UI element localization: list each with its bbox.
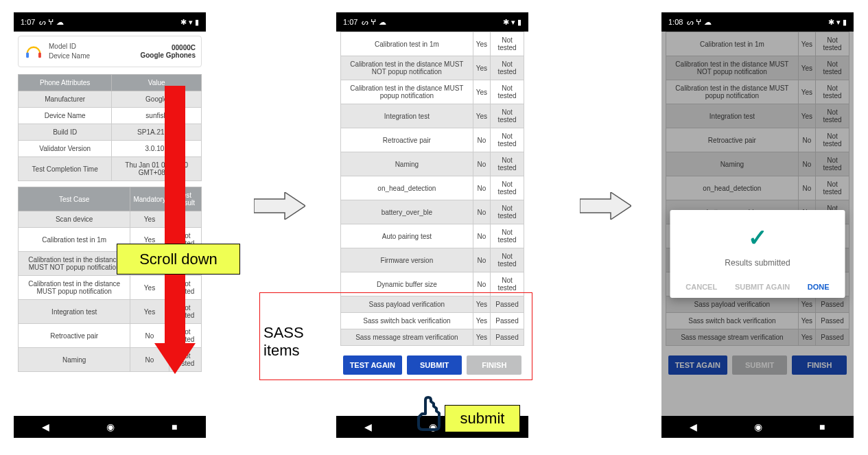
- dialog-submit-again[interactable]: SUBMIT AGAIN: [735, 283, 790, 291]
- home-icon[interactable]: ◉: [754, 421, 762, 432]
- phone-3: 1:08ᔕ ⵖ ☁ ✱ ▾ ▮ Calibration test in 1mYe…: [661, 12, 854, 438]
- test-row: NamingNoNot tested: [341, 152, 524, 176]
- status-bar: 1:07ᔕ ⵖ ☁ ✱ ▾ ▮: [336, 12, 528, 32]
- status-bar: 1:07ᔕ ⵖ ☁ ✱ ▾ ▮: [14, 12, 206, 32]
- recent-icon[interactable]: ■: [172, 421, 177, 432]
- svg-rect-1: [38, 53, 41, 58]
- device-card: Model ID Device Name 00000C Google Gphon…: [18, 36, 202, 67]
- scroll-down-annotation: Scroll down: [117, 244, 240, 275]
- clock: 1:07: [343, 18, 357, 26]
- home-icon[interactable]: ◉: [106, 421, 115, 432]
- test-row: Retroactive pairNoNot tested: [341, 128, 524, 152]
- test-row: battery_over_bleNoNot tested: [341, 200, 524, 224]
- status-bar: 1:08ᔕ ⵖ ☁ ✱ ▾ ▮: [661, 12, 854, 32]
- status-icons-left: ᔕ ⵖ ☁: [39, 18, 63, 27]
- test-row: Integration testYesNot tested: [341, 104, 524, 128]
- clock: 1:08: [668, 18, 683, 26]
- results-dialog: ✓ Results submitted CANCEL SUBMIT AGAIN …: [670, 210, 845, 298]
- device-name-label: Device Name: [49, 51, 90, 61]
- transition-arrow-icon: [580, 192, 631, 220]
- dialog-message: Results submitted: [677, 258, 838, 268]
- status-icons-right: ✱ ▾ ▮: [503, 18, 521, 27]
- back-icon[interactable]: ◀: [690, 421, 697, 432]
- status-icons-left: ᔕ ⵖ ☁: [362, 18, 386, 27]
- clock: 1:07: [21, 18, 35, 26]
- test-row: Firmware versionNoNot tested: [341, 248, 524, 272]
- device-name-value: Google Gphones: [140, 51, 196, 59]
- svg-marker-5: [580, 192, 631, 220]
- status-icons-right: ✱ ▾ ▮: [180, 18, 199, 27]
- svg-marker-3: [154, 343, 196, 374]
- test-row: on_head_detectionNoNot tested: [341, 176, 524, 200]
- dialog-cancel[interactable]: CANCEL: [685, 283, 717, 291]
- nav-bar: ◀ ◉ ■: [661, 416, 854, 438]
- pointer-hand-icon: [412, 395, 446, 432]
- attr-header-1: Phone Attributes: [19, 75, 112, 91]
- svg-rect-0: [26, 53, 29, 58]
- back-icon[interactable]: ◀: [364, 421, 372, 432]
- test-row: Auto pairing testNoNot tested: [341, 224, 524, 248]
- test-row: Calibration test in 1mYesNot tested: [341, 32, 524, 56]
- model-id-value: 00000C: [140, 44, 196, 51]
- submit-annotation: submit: [445, 405, 520, 432]
- svg-rect-2: [165, 86, 185, 347]
- headphones-icon: [24, 42, 43, 61]
- model-id-label: Model ID: [49, 42, 90, 51]
- test-row: Calibration test in the distance MUST NO…: [341, 56, 524, 80]
- dialog-done[interactable]: DONE: [808, 283, 830, 291]
- nav-bar: ◀ ◉ ■: [14, 416, 206, 438]
- scroll-down-arrow-icon: [154, 86, 196, 374]
- test-row: Calibration test in the distance MUST po…: [341, 80, 524, 104]
- sass-items-annotation: SASS items: [263, 324, 304, 360]
- check-icon: ✓: [677, 224, 838, 251]
- transition-arrow-icon: [254, 192, 305, 220]
- recent-icon[interactable]: ■: [819, 421, 825, 432]
- svg-marker-4: [254, 192, 305, 220]
- phone-content-3: Calibration test in 1mYesNot tested Cali…: [661, 32, 854, 416]
- status-icons-right: ✱ ▾ ▮: [828, 18, 847, 27]
- status-icons-left: ᔕ ⵖ ☁: [687, 18, 711, 27]
- back-icon[interactable]: ◀: [42, 421, 49, 432]
